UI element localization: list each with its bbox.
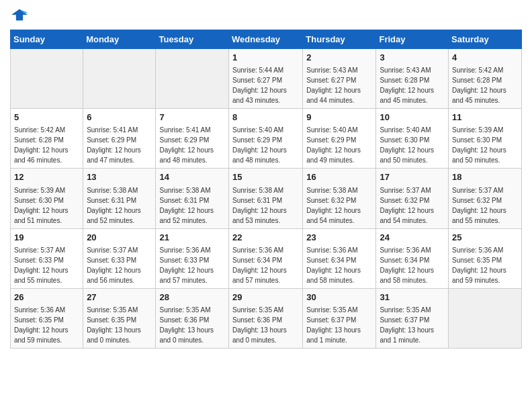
table-cell: 18Sunrise: 5:37 AM Sunset: 6:32 PM Dayli… [449, 169, 522, 228]
calendar-week-row: 12Sunrise: 5:39 AM Sunset: 6:30 PM Dayli… [11, 169, 522, 228]
col-friday: Friday [376, 30, 449, 49]
table-cell: 10Sunrise: 5:40 AM Sunset: 6:30 PM Dayli… [376, 109, 449, 169]
day-number: 2 [306, 52, 372, 64]
day-info: Sunrise: 5:41 AM Sunset: 6:29 PM Dayligh… [159, 126, 214, 164]
col-thursday: Thursday [303, 30, 376, 49]
logo [10, 7, 28, 23]
day-number: 14 [159, 171, 225, 183]
day-info: Sunrise: 5:36 AM Sunset: 6:35 PM Dayligh… [452, 246, 506, 284]
day-info: Sunrise: 5:37 AM Sunset: 6:33 PM Dayligh… [87, 246, 141, 284]
day-info: Sunrise: 5:40 AM Sunset: 6:29 PM Dayligh… [232, 126, 287, 164]
day-number: 24 [380, 232, 445, 244]
day-info: Sunrise: 5:36 AM Sunset: 6:35 PM Dayligh… [14, 306, 69, 344]
day-info: Sunrise: 5:37 AM Sunset: 6:32 PM Dayligh… [380, 187, 434, 224]
calendar-header-row: Sunday Monday Tuesday Wednesday Thursday… [11, 30, 522, 49]
table-cell [11, 49, 83, 109]
day-info: Sunrise: 5:39 AM Sunset: 6:30 PM Dayligh… [14, 187, 69, 224]
day-info: Sunrise: 5:35 AM Sunset: 6:36 PM Dayligh… [232, 306, 287, 344]
day-number: 28 [159, 291, 225, 304]
day-number: 30 [306, 291, 372, 304]
table-cell: 3Sunrise: 5:43 AM Sunset: 6:28 PM Daylig… [376, 49, 449, 109]
day-number: 22 [232, 232, 299, 244]
table-cell: 5Sunrise: 5:42 AM Sunset: 6:28 PM Daylig… [11, 109, 83, 169]
calendar-week-row: 5Sunrise: 5:42 AM Sunset: 6:28 PM Daylig… [11, 109, 522, 169]
day-number: 4 [452, 52, 518, 64]
table-cell: 13Sunrise: 5:38 AM Sunset: 6:31 PM Dayli… [83, 169, 156, 228]
col-tuesday: Tuesday [156, 30, 229, 49]
day-info: Sunrise: 5:41 AM Sunset: 6:29 PM Dayligh… [87, 126, 141, 164]
table-cell: 21Sunrise: 5:36 AM Sunset: 6:33 PM Dayli… [156, 228, 229, 288]
table-cell: 14Sunrise: 5:38 AM Sunset: 6:31 PM Dayli… [156, 169, 229, 228]
day-info: Sunrise: 5:37 AM Sunset: 6:33 PM Dayligh… [14, 246, 69, 284]
table-cell: 17Sunrise: 5:37 AM Sunset: 6:32 PM Dayli… [376, 169, 449, 228]
table-cell: 24Sunrise: 5:36 AM Sunset: 6:34 PM Dayli… [376, 228, 449, 288]
day-number: 26 [14, 291, 79, 304]
table-cell: 30Sunrise: 5:35 AM Sunset: 6:37 PM Dayli… [303, 288, 376, 348]
logo-bird-icon [11, 7, 28, 23]
table-cell: 22Sunrise: 5:36 AM Sunset: 6:34 PM Dayli… [229, 228, 303, 288]
col-wednesday: Wednesday [229, 30, 303, 49]
table-cell: 9Sunrise: 5:40 AM Sunset: 6:29 PM Daylig… [303, 109, 376, 169]
day-number: 18 [452, 171, 518, 183]
day-info: Sunrise: 5:42 AM Sunset: 6:28 PM Dayligh… [14, 126, 69, 164]
day-number: 12 [14, 171, 79, 183]
table-cell [449, 288, 522, 348]
day-number: 17 [380, 171, 445, 183]
day-number: 6 [87, 111, 152, 124]
table-cell [83, 49, 156, 109]
col-sunday: Sunday [11, 30, 83, 49]
day-number: 19 [14, 232, 79, 244]
day-info: Sunrise: 5:44 AM Sunset: 6:27 PM Dayligh… [232, 66, 287, 104]
day-number: 31 [380, 291, 445, 304]
table-cell: 15Sunrise: 5:38 AM Sunset: 6:31 PM Dayli… [229, 169, 303, 228]
table-cell: 11Sunrise: 5:39 AM Sunset: 6:30 PM Dayli… [449, 109, 522, 169]
day-number: 10 [380, 111, 445, 124]
day-number: 29 [232, 291, 299, 304]
day-info: Sunrise: 5:38 AM Sunset: 6:31 PM Dayligh… [232, 187, 287, 224]
table-cell: 7Sunrise: 5:41 AM Sunset: 6:29 PM Daylig… [156, 109, 229, 169]
day-number: 25 [452, 232, 518, 244]
day-info: Sunrise: 5:35 AM Sunset: 6:37 PM Dayligh… [380, 306, 434, 344]
day-info: Sunrise: 5:38 AM Sunset: 6:32 PM Dayligh… [306, 187, 361, 224]
day-number: 9 [306, 111, 372, 124]
table-cell: 26Sunrise: 5:36 AM Sunset: 6:35 PM Dayli… [11, 288, 83, 348]
day-number: 3 [380, 52, 445, 64]
table-cell: 6Sunrise: 5:41 AM Sunset: 6:29 PM Daylig… [83, 109, 156, 169]
day-info: Sunrise: 5:35 AM Sunset: 6:36 PM Dayligh… [159, 306, 214, 344]
day-number: 11 [452, 111, 518, 124]
day-info: Sunrise: 5:36 AM Sunset: 6:33 PM Dayligh… [159, 246, 214, 284]
day-info: Sunrise: 5:39 AM Sunset: 6:30 PM Dayligh… [452, 126, 506, 164]
day-info: Sunrise: 5:35 AM Sunset: 6:35 PM Dayligh… [87, 306, 141, 344]
day-info: Sunrise: 5:36 AM Sunset: 6:34 PM Dayligh… [380, 246, 434, 284]
day-number: 5 [14, 111, 79, 124]
calendar-week-row: 19Sunrise: 5:37 AM Sunset: 6:33 PM Dayli… [11, 228, 522, 288]
day-number: 8 [232, 111, 299, 124]
table-cell: 29Sunrise: 5:35 AM Sunset: 6:36 PM Dayli… [229, 288, 303, 348]
day-number: 27 [87, 291, 152, 304]
col-monday: Monday [83, 30, 156, 49]
day-number: 23 [306, 232, 372, 244]
table-cell: 1Sunrise: 5:44 AM Sunset: 6:27 PM Daylig… [229, 49, 303, 109]
page: Sunday Monday Tuesday Wednesday Thursday… [0, 0, 532, 355]
day-info: Sunrise: 5:36 AM Sunset: 6:34 PM Dayligh… [306, 246, 361, 284]
day-info: Sunrise: 5:43 AM Sunset: 6:28 PM Dayligh… [380, 66, 434, 104]
calendar-table: Sunday Monday Tuesday Wednesday Thursday… [10, 30, 522, 349]
table-cell: 27Sunrise: 5:35 AM Sunset: 6:35 PM Dayli… [83, 288, 156, 348]
col-saturday: Saturday [449, 30, 522, 49]
day-number: 7 [159, 111, 225, 124]
day-number: 20 [87, 232, 152, 244]
table-cell: 19Sunrise: 5:37 AM Sunset: 6:33 PM Dayli… [11, 228, 83, 288]
day-info: Sunrise: 5:35 AM Sunset: 6:37 PM Dayligh… [306, 306, 361, 344]
day-info: Sunrise: 5:38 AM Sunset: 6:31 PM Dayligh… [159, 187, 214, 224]
calendar-week-row: 26Sunrise: 5:36 AM Sunset: 6:35 PM Dayli… [11, 288, 522, 348]
table-cell: 20Sunrise: 5:37 AM Sunset: 6:33 PM Dayli… [83, 228, 156, 288]
day-number: 13 [87, 171, 152, 183]
table-cell: 2Sunrise: 5:43 AM Sunset: 6:27 PM Daylig… [303, 49, 376, 109]
table-cell: 23Sunrise: 5:36 AM Sunset: 6:34 PM Dayli… [303, 228, 376, 288]
day-info: Sunrise: 5:42 AM Sunset: 6:28 PM Dayligh… [452, 66, 506, 104]
day-info: Sunrise: 5:38 AM Sunset: 6:31 PM Dayligh… [87, 187, 141, 224]
table-cell: 12Sunrise: 5:39 AM Sunset: 6:30 PM Dayli… [11, 169, 83, 228]
day-info: Sunrise: 5:36 AM Sunset: 6:34 PM Dayligh… [232, 246, 287, 284]
day-number: 1 [232, 52, 299, 64]
table-cell: 25Sunrise: 5:36 AM Sunset: 6:35 PM Dayli… [449, 228, 522, 288]
